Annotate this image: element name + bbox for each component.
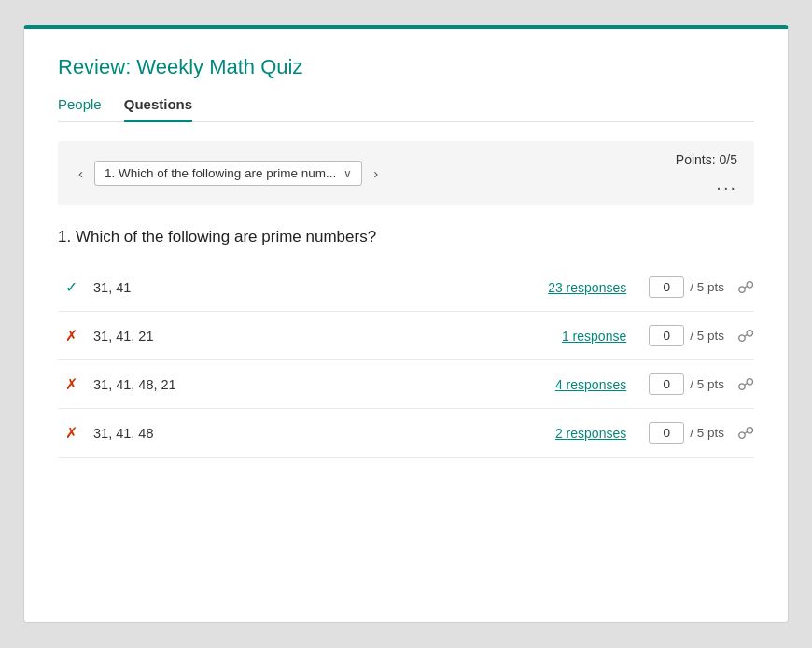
points-input-group: / 5 pts xyxy=(649,325,724,346)
answers-list: ✓ 31, 41 23 responses / 5 pts ☍ ✗ 31, 41… xyxy=(58,263,754,458)
incorrect-icon: ✗ xyxy=(65,424,93,442)
prev-arrow[interactable]: ‹ xyxy=(75,163,87,183)
responses-link[interactable]: 2 responses xyxy=(524,426,626,441)
points-input[interactable] xyxy=(649,325,684,346)
incorrect-icon: ✗ xyxy=(65,327,93,345)
page-title: Review: Weekly Math Quiz xyxy=(58,55,754,79)
pts-label: / 5 pts xyxy=(690,426,724,440)
answer-text: 31, 41, 48 xyxy=(93,426,524,441)
pts-label: / 5 pts xyxy=(690,377,724,391)
points-input-group: / 5 pts xyxy=(649,276,724,298)
question-title: 1. Which of the following are prime numb… xyxy=(58,228,754,247)
chevron-down-icon: ∨ xyxy=(343,167,352,180)
dropdown-text: 1. Which of the following are prime num.… xyxy=(105,166,336,180)
answer-row: ✓ 31, 41 23 responses / 5 pts ☍ xyxy=(58,263,754,312)
comment-icon[interactable]: ☍ xyxy=(737,277,754,298)
main-card: Review: Weekly Math Quiz People Question… xyxy=(23,25,789,623)
points-input-group: / 5 pts xyxy=(649,373,724,395)
points-input[interactable] xyxy=(649,276,684,298)
points-input[interactable] xyxy=(649,373,684,395)
incorrect-icon: ✗ xyxy=(65,375,93,393)
question-dropdown[interactable]: 1. Which of the following are prime num.… xyxy=(94,161,362,186)
comment-icon[interactable]: ☍ xyxy=(737,374,754,395)
points-input-group: / 5 pts xyxy=(649,422,724,444)
points-label: Points: 0/5 xyxy=(676,152,737,167)
pts-label: / 5 pts xyxy=(690,329,724,343)
pts-label: / 5 pts xyxy=(690,280,724,294)
answer-row: ✗ 31, 41, 21 1 response / 5 pts ☍ xyxy=(58,312,754,360)
comment-icon[interactable]: ☍ xyxy=(737,423,754,444)
answer-row: ✗ 31, 41, 48 2 responses / 5 pts ☍ xyxy=(58,409,754,458)
points-input[interactable] xyxy=(649,422,684,444)
responses-link[interactable]: 23 responses xyxy=(524,280,626,295)
answer-text: 31, 41, 21 xyxy=(93,329,524,344)
more-options-button[interactable]: ... xyxy=(716,173,737,194)
responses-link[interactable]: 4 responses xyxy=(524,377,626,392)
answer-row: ✗ 31, 41, 48, 21 4 responses / 5 pts ☍ xyxy=(58,360,754,409)
question-nav-bar: ‹ 1. Which of the following are prime nu… xyxy=(58,141,754,205)
question-nav-left: ‹ 1. Which of the following are prime nu… xyxy=(75,161,382,186)
next-arrow[interactable]: › xyxy=(370,163,382,183)
answer-text: 31, 41, 48, 21 xyxy=(93,377,524,392)
responses-link[interactable]: 1 response xyxy=(524,329,626,344)
tab-questions[interactable]: Questions xyxy=(124,96,192,122)
comment-icon[interactable]: ☍ xyxy=(737,326,754,346)
nav-bar-right: Points: 0/5 ... xyxy=(676,152,737,194)
tabs-bar: People Questions xyxy=(58,96,754,122)
correct-icon: ✓ xyxy=(65,278,93,296)
answer-text: 31, 41 xyxy=(93,280,524,295)
tab-people[interactable]: People xyxy=(58,96,102,122)
